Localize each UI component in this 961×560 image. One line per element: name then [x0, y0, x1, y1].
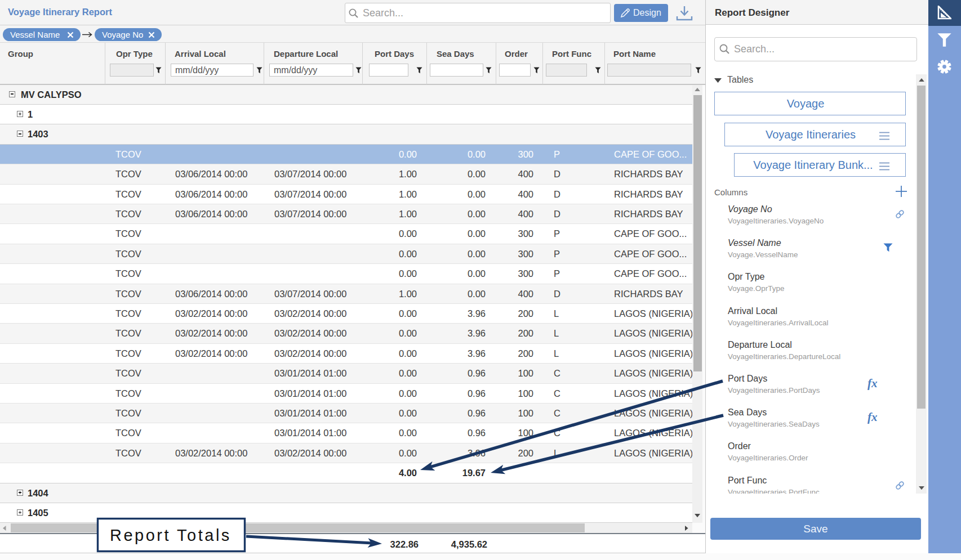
svg-text:Report Totals: Report Totals	[110, 526, 232, 544]
